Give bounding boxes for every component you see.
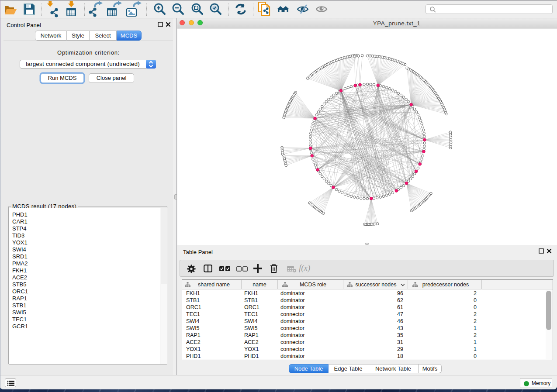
svg-text:f(x): f(x)	[299, 263, 310, 273]
